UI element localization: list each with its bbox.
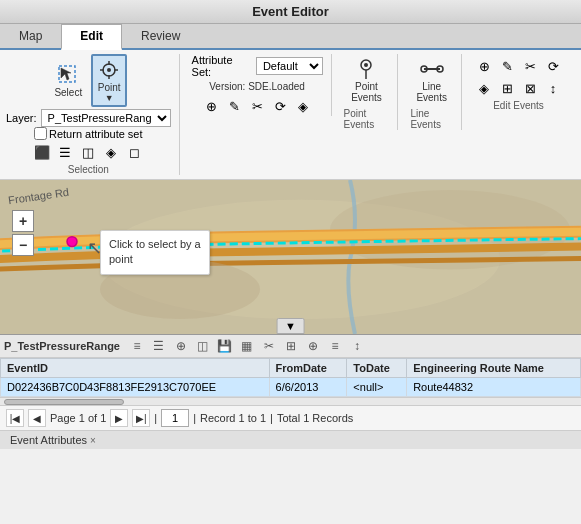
toolbar-icon-save[interactable]: 💾 <box>216 337 234 355</box>
ee-icon-1[interactable]: ⊕ <box>474 56 494 76</box>
select-icon <box>56 63 80 87</box>
return-attr-label: Return attribute set <box>49 128 143 140</box>
page-number-input[interactable] <box>161 409 189 427</box>
sel-icon-4[interactable]: ◈ <box>101 142 121 162</box>
svg-marker-1 <box>61 68 71 80</box>
zoom-out-button[interactable]: − <box>12 234 34 256</box>
sel-icon-3[interactable]: ◫ <box>78 142 98 162</box>
toolbar-icon-refresh[interactable]: ⊕ <box>304 337 322 355</box>
toolbar-icon-sort[interactable]: ↕ <box>348 337 366 355</box>
point-events-group-label: Point Events <box>344 108 390 130</box>
edit-icon-2[interactable]: ✎ <box>224 96 244 116</box>
toolbar-icon-add[interactable]: ⊕ <box>172 337 190 355</box>
app-title: Event Editor <box>252 4 329 19</box>
prev-page-button[interactable]: ◀ <box>28 409 46 427</box>
zoom-in-button[interactable]: + <box>12 210 34 232</box>
tab-review[interactable]: Review <box>122 24 199 48</box>
col-todate: ToDate <box>347 359 407 378</box>
point-events-button[interactable]: Point Events <box>346 54 387 106</box>
event-attributes-tab[interactable]: Event Attributes × <box>4 433 102 447</box>
tab-edit[interactable]: Edit <box>61 24 122 50</box>
toolbar-icon-grid[interactable]: ▦ <box>238 337 256 355</box>
ribbon-line-events-group: Line Events Line Events <box>410 54 462 130</box>
scroll-thumb[interactable] <box>4 399 124 405</box>
table-row[interactable]: D022436B7C0D43F8813FE2913C7070EE 6/6/201… <box>1 378 581 397</box>
table-name-label: P_TestPressureRange <box>4 340 120 352</box>
bottom-tab-label: Event Attributes <box>10 434 87 446</box>
svg-point-10 <box>364 63 368 67</box>
data-table: EventID FromDate ToDate Engineering Rout… <box>0 358 581 397</box>
toolbar-icon-filter[interactable]: ≡ <box>128 337 146 355</box>
collapse-handle[interactable]: ▼ <box>276 318 305 334</box>
sel-icon-5[interactable]: ◻ <box>124 142 144 162</box>
ee-icon-5[interactable]: ◈ <box>474 78 494 98</box>
sel-icon-2[interactable]: ☰ <box>55 142 75 162</box>
col-routename: Engineering Route Name <box>407 359 581 378</box>
ribbon-edit-events-group: ⊕ ✎ ✂ ⟳ ◈ ⊞ ⊠ ↕ Edit Events <box>474 54 571 111</box>
edit-icon-4[interactable]: ⟳ <box>270 96 290 116</box>
zoom-controls: + − <box>12 210 34 258</box>
line-events-group-label: Line Events <box>410 108 453 130</box>
next-page-button[interactable]: ▶ <box>110 409 128 427</box>
svg-point-3 <box>107 68 111 72</box>
edit-icon-1[interactable]: ⊕ <box>201 96 221 116</box>
layer-dropdown[interactable]: P_TestPressureRange <box>41 109 171 127</box>
toolbar-icon-table[interactable]: ◫ <box>194 337 212 355</box>
ee-icon-6[interactable]: ⊞ <box>497 78 517 98</box>
version-row: Version: SDE.Loaded <box>209 81 305 92</box>
point-events-label: Point Events <box>351 81 382 103</box>
last-page-button[interactable]: ▶| <box>132 409 150 427</box>
selection-group-label: Selection <box>68 164 109 175</box>
ee-icon-4[interactable]: ⟳ <box>543 56 563 76</box>
toolbar-icon-cut[interactable]: ✂ <box>260 337 278 355</box>
table-header-row: EventID FromDate ToDate Engineering Rout… <box>1 359 581 378</box>
first-page-button[interactable]: |◀ <box>6 409 24 427</box>
cell-todate: <null> <box>347 378 407 397</box>
col-eventid: EventID <box>1 359 270 378</box>
cell-eventid: D022436B7C0D43F8813FE2913C7070EE <box>1 378 270 397</box>
edit-icon-5[interactable]: ◈ <box>293 96 313 116</box>
toolbar-icon-menu[interactable]: ≡ <box>326 337 344 355</box>
sel-icon-1[interactable]: ⬛ <box>32 142 52 162</box>
layer-label: Layer: <box>6 112 37 124</box>
ee-icon-8[interactable]: ↕ <box>543 78 563 98</box>
attrset-dropdown[interactable]: Default <box>256 57 323 75</box>
total-records-label: Total 1 Records <box>277 412 353 424</box>
ribbon-selection-group: Select Point ▼ La <box>6 54 180 175</box>
line-events-button[interactable]: Line Events <box>411 54 452 106</box>
page-label: Page 1 of 1 <box>50 412 106 424</box>
ee-icon-7[interactable]: ⊠ <box>520 78 540 98</box>
ribbon-point-events-group: Point Events Point Events <box>344 54 399 130</box>
close-tab-button[interactable]: × <box>90 435 96 446</box>
svg-point-17 <box>67 237 77 247</box>
version-value: SDE.Loaded <box>248 81 305 92</box>
map-tooltip: Click to select by a point <box>100 230 210 275</box>
line-events-label: Line Events <box>416 81 447 103</box>
edit-events-group-label: Edit Events <box>493 100 544 111</box>
attrset-label: Attribute Set: <box>192 54 252 78</box>
title-bar: Event Editor <box>0 0 581 24</box>
map-area[interactable]: Frontage Rd + − ↖ Click to select by a p… <box>0 180 581 335</box>
point-button[interactable]: Point ▼ <box>91 54 127 107</box>
record-range-label: Record 1 to 1 <box>200 412 266 424</box>
cell-routename: Route44832 <box>407 378 581 397</box>
edit-icon-3[interactable]: ✂ <box>247 96 267 116</box>
bottom-tab-bar: Event Attributes × <box>0 430 581 449</box>
table-toolbar: P_TestPressureRange ≡ ☰ ⊕ ◫ 💾 ▦ ✂ ⊞ ⊕ ≡ … <box>0 335 581 358</box>
toolbar-icon-list[interactable]: ☰ <box>150 337 168 355</box>
select-button[interactable]: Select <box>49 60 87 101</box>
ee-icon-2[interactable]: ✎ <box>497 56 517 76</box>
tab-map[interactable]: Map <box>0 24 61 48</box>
ribbon-attrset-group: Attribute Set: Default Version: SDE.Load… <box>192 54 332 116</box>
return-attr-checkbox[interactable] <box>34 127 47 140</box>
horizontal-scrollbar[interactable] <box>0 397 581 405</box>
point-icon <box>97 58 121 82</box>
toolbar-icon-plus2[interactable]: ⊞ <box>282 337 300 355</box>
tooltip-text: Click to select by a point <box>109 238 201 265</box>
tab-bar: Map Edit Review <box>0 24 581 50</box>
ee-icon-3[interactable]: ✂ <box>520 56 540 76</box>
point-events-icon <box>354 57 378 81</box>
cell-fromdate: 6/6/2013 <box>269 378 347 397</box>
ribbon: Select Point ▼ La <box>0 50 581 180</box>
select-label: Select <box>54 87 82 98</box>
